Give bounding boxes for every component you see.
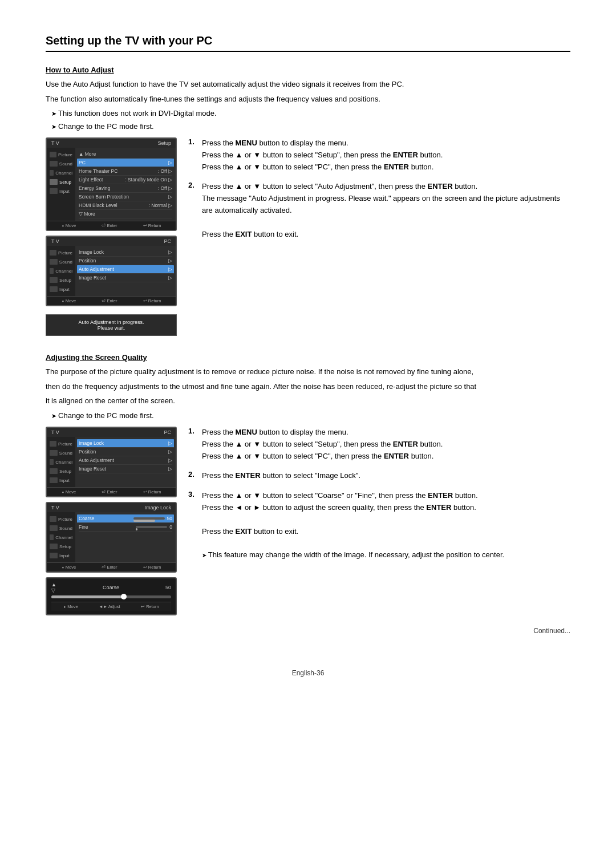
step2-num: 2.: [188, 181, 197, 189]
sidebar-input: Input: [47, 187, 75, 196]
menu-more-down: ▽ More: [79, 210, 172, 218]
s2-enter-btn1: ENTER: [393, 440, 418, 448]
coarse-fill: [51, 595, 123, 598]
section1-step2: 2. Press the ▲ or ▼ button to select "Au…: [188, 181, 570, 240]
menu-pc: PC▷: [77, 159, 174, 167]
section1-step1: 1. Press the MENU button to display the …: [188, 137, 570, 173]
s2-step1-num: 1.: [188, 427, 197, 435]
screen5-bar: [51, 595, 171, 598]
sidebar-channel: Channel: [47, 168, 75, 177]
section2-steps: 1. Press the MENU button to display the …: [188, 427, 570, 561]
s3-autoadjust: Auto Adjustment▷: [79, 456, 172, 465]
screen4-imagelock-menu: T V Image Lock Picture Sound Channel: [46, 502, 177, 573]
s4-input: Input: [47, 551, 75, 560]
section1-desc2: The function also automatically fine-tun…: [46, 94, 570, 105]
s3-channel-icon: [50, 459, 54, 465]
s2-exit-btn: EXIT: [236, 527, 252, 536]
section2-step2: 2. Press the ENTER button to select "Ima…: [188, 470, 570, 482]
menu-hdmiblack: HDMI Black Level: Normal ▷: [79, 201, 172, 210]
setup-icon: [50, 179, 58, 185]
s2-step3-enter2: ENTER: [426, 503, 451, 512]
section2-desc2: then do the frequency adjustments to the…: [46, 381, 570, 392]
coarse-thumb: [121, 594, 127, 599]
step1-content: Press the MENU button to display the men…: [202, 137, 570, 173]
menu-more-up: ▲ More: [79, 150, 172, 159]
screen4-content: Coarse 50 Fine: [75, 512, 176, 562]
s2-sidebar-input: Input: [47, 285, 75, 294]
sound-icon: [50, 161, 58, 167]
section1-steps: 1. Press the MENU button to display the …: [188, 137, 570, 240]
screen2-body: Picture Sound Channel Setup Input: [47, 246, 176, 296]
screen5-footer: ⬧ Move ◄► Adjust ↩ Return: [51, 602, 171, 611]
section1-bullet2: Change to the PC mode first.: [51, 121, 570, 132]
s3-channel: Channel: [47, 457, 75, 467]
channel-icon: [50, 170, 54, 176]
s4-sound: Sound: [47, 524, 75, 533]
enter-btn-label2: ENTER: [384, 163, 409, 171]
page-title: Setting up the TV with your PC: [46, 34, 570, 52]
s3-picture-icon: [50, 441, 56, 447]
input-icon: [50, 188, 58, 194]
s3-sound-icon: [50, 450, 58, 456]
step1-num: 1.: [188, 137, 197, 146]
s3-input: Input: [47, 476, 75, 485]
s2-setup-icon: [50, 277, 58, 283]
s2-imagereset: Image Reset▷: [79, 274, 172, 282]
s2-menu-btn: MENU: [236, 428, 257, 436]
section1-content: T V Setup Picture Sound Channel: [46, 137, 570, 336]
s2-picture-icon: [50, 250, 56, 256]
screen1-left: T V: [51, 140, 59, 146]
s2-step2-num: 2.: [188, 470, 197, 479]
s2-channel-icon: [50, 268, 54, 274]
screen3-header: T V PC: [47, 428, 176, 437]
s4-input-icon: [50, 553, 58, 558]
sidebar-setup-active: Setup: [47, 177, 75, 187]
page-footer: English-36: [46, 669, 570, 677]
screen4-header: T V Image Lock: [47, 503, 176, 512]
screen3-sidebar: Picture Sound Channel Setup Input: [47, 437, 75, 487]
auto-adjust-line1: Auto Adjustment in progress.: [51, 319, 172, 325]
section2-note: This feature may change the width of the…: [202, 550, 504, 559]
section-auto-adjust: How to Auto Adjust Use the Auto Adjust f…: [46, 66, 570, 336]
screen1-footer: ⬧ Move ⏎ Enter ↩ Return: [47, 221, 176, 230]
s2-autoadjust: Auto Adjustment▷: [77, 265, 174, 274]
screen2-footer: ⬧ Move ⏎ Enter ↩ Return: [47, 296, 176, 305]
s3-imagereset: Image Reset▷: [79, 465, 172, 473]
s2-sound-icon: [50, 259, 58, 265]
s2-step1-content: Press the MENU button to display the men…: [202, 427, 570, 462]
s4-sound-icon: [50, 525, 58, 531]
screen3-left: T V: [51, 429, 59, 435]
s4-coarse: Coarse 50: [77, 514, 174, 523]
screen5-value: 50: [165, 585, 171, 590]
section1-desc1: Use the Auto Adjust function to have the…: [46, 79, 570, 90]
s2-imagelock: Image Lock▷: [79, 248, 172, 257]
s2-step3-num: 3.: [188, 490, 197, 498]
s3-setup-icon: [50, 468, 58, 474]
screen1-body: Picture Sound Channel Setup Input: [47, 148, 176, 221]
s2-step2-content: Press the ENTER button to select "Image …: [202, 470, 570, 482]
s4-channel: Channel: [47, 533, 75, 542]
section2-desc1: The purpose of the picture quality adjus…: [46, 366, 570, 378]
section1-bullet1: This function does not work in DVI-Digit…: [51, 108, 570, 119]
s2-step3-content: Press the ▲ or ▼ button to select "Coars…: [202, 490, 570, 561]
screen2-right: PC: [164, 238, 171, 244]
section1-screens: T V Setup Picture Sound Channel: [46, 137, 177, 336]
s4-picture-icon: [50, 516, 56, 522]
screen5-header: ▲▽ Coarse 50: [51, 582, 171, 593]
menu-energysaving: Energy Saving: Off ▷: [79, 184, 172, 193]
screen4-left: T V: [51, 505, 59, 510]
screen2-pc: T V PC Picture Sound Channel: [46, 236, 177, 306]
s3-picture: Picture: [47, 439, 75, 448]
section2-step1: 1. Press the MENU button to display the …: [188, 427, 570, 462]
menu-lighteffect: Light Effect: Standby Mode On ▷: [79, 176, 172, 184]
s2-sidebar-sound: Sound: [47, 257, 75, 266]
s2-position: Position▷: [79, 257, 172, 265]
screen5-label: Coarse: [103, 585, 119, 590]
s4-fine: Fine 0: [79, 523, 172, 532]
s4-channel-icon: [50, 534, 54, 540]
section1-title: How to Auto Adjust: [46, 66, 570, 74]
coarse-track: [51, 595, 171, 598]
screen3-body: Picture Sound Channel Setup Input: [47, 437, 176, 487]
screen1-sidebar: Picture Sound Channel Setup Input: [47, 148, 75, 221]
screen2-sidebar: Picture Sound Channel Setup Input: [47, 246, 75, 296]
